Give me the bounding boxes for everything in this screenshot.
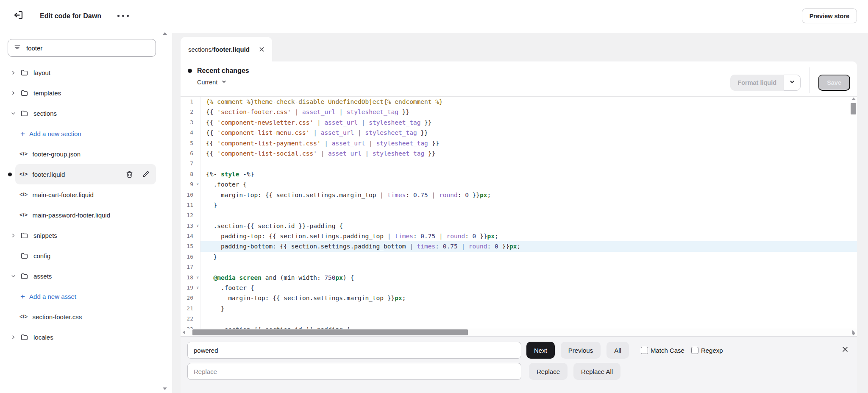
- scroll-down-arrow[interactable]: [851, 333, 856, 335]
- sidebar-item-config[interactable]: config: [0, 245, 172, 266]
- save-button[interactable]: Save: [818, 75, 850, 91]
- code-text[interactable]: [200, 262, 857, 272]
- sidebar-item-locales[interactable]: locales: [0, 327, 172, 347]
- format-liquid-button[interactable]: Format liquid: [730, 75, 784, 91]
- fold-arrow-icon[interactable]: ∨: [197, 276, 199, 279]
- version-dropdown[interactable]: Current: [197, 78, 249, 86]
- code-text[interactable]: @media screen and (min-width: 750px) {: [200, 273, 857, 283]
- scroll-up-arrow[interactable]: [851, 98, 856, 100]
- sidebar-scroll-down-arrow[interactable]: [163, 387, 167, 390]
- code-line-11[interactable]: 11 }: [181, 200, 857, 210]
- code-text[interactable]: [200, 159, 857, 169]
- regexp-option[interactable]: Regexp: [691, 347, 723, 354]
- fold-arrow-icon[interactable]: ∨: [197, 286, 199, 290]
- find-close-button[interactable]: [840, 344, 850, 354]
- code-text[interactable]: {{ 'section-footer.css' | asset_url | st…: [200, 107, 857, 117]
- code-text[interactable]: }: [200, 252, 857, 262]
- code-line-18[interactable]: 18∨ @media screen and (min-width: 750px)…: [181, 273, 857, 283]
- horizontal-scrollbar[interactable]: [181, 329, 857, 336]
- code-text[interactable]: .footer {: [200, 283, 857, 293]
- chevron-down-icon[interactable]: [10, 273, 17, 279]
- sidebar-item-footer-liquid[interactable]: </>footer.liquid: [15, 164, 156, 184]
- code-line-17[interactable]: 17: [181, 262, 857, 272]
- sidebar-item-snippets[interactable]: snippets: [0, 225, 172, 245]
- code-text[interactable]: {{ 'component-list-payment.css' | asset_…: [200, 138, 857, 148]
- code-text[interactable]: padding-top: {{ section.settings.padding…: [200, 231, 857, 241]
- code-line-13[interactable]: 13∨ .section-{{ section.id }}-padding {: [181, 221, 857, 231]
- chevron-right-icon[interactable]: [10, 70, 17, 75]
- code-text[interactable]: padding-bottom: {{ section.settings.padd…: [200, 241, 857, 251]
- replace-input[interactable]: [187, 363, 521, 380]
- code-text[interactable]: {{ 'component-list-social.css' | asset_u…: [200, 148, 857, 159]
- sidebar-item-footer-group-json[interactable]: </>footer-group.json: [0, 144, 172, 164]
- chevron-right-icon[interactable]: [10, 233, 17, 238]
- chevron-right-icon[interactable]: [10, 90, 17, 96]
- sidebar-item-add-a-new-section[interactable]: +Add a new section: [0, 123, 172, 144]
- code-line-6[interactable]: 6{{ 'component-list-social.css' | asset_…: [181, 148, 857, 159]
- code-line-20[interactable]: 20 margin-top: {{ section.settings.margi…: [181, 293, 857, 303]
- vertical-scrollbar-thumb[interactable]: [851, 103, 856, 114]
- find-next-button[interactable]: Next: [526, 342, 555, 359]
- code-line-10[interactable]: 10 margin-top: {{ section.settings.margi…: [181, 190, 857, 200]
- code-text[interactable]: {%- style -%}: [200, 169, 857, 179]
- exit-editor-button[interactable]: [11, 9, 25, 23]
- match-case-checkbox[interactable]: [641, 347, 648, 354]
- chevron-down-icon[interactable]: [10, 111, 17, 116]
- sidebar-item-assets[interactable]: assets: [0, 266, 172, 286]
- more-actions-button[interactable]: [117, 15, 129, 17]
- code-line-7[interactable]: 7: [181, 159, 857, 169]
- delete-file-button[interactable]: [125, 170, 134, 178]
- code-line-8[interactable]: 8{%- style -%}: [181, 169, 857, 179]
- code-text[interactable]: {{ 'component-list-menu.css' | asset_url…: [200, 128, 857, 138]
- replace-all-button[interactable]: Replace All: [573, 363, 620, 380]
- code-line-4[interactable]: 4{{ 'component-list-menu.css' | asset_ur…: [181, 128, 857, 138]
- sidebar-item-sections[interactable]: sections: [0, 103, 172, 123]
- sidebar-item-layout[interactable]: layout: [0, 62, 172, 83]
- code-line-5[interactable]: 5{{ 'component-list-payment.css' | asset…: [181, 138, 857, 148]
- code-line-3[interactable]: 3{{ 'component-newsletter.css' | asset_u…: [181, 117, 857, 128]
- rename-file-button[interactable]: [142, 170, 150, 178]
- tab-close-icon[interactable]: [259, 46, 264, 52]
- code-text[interactable]: [200, 314, 857, 324]
- sidebar-item-main-cart-footer-liquid[interactable]: </>main-cart-footer.liquid: [0, 184, 172, 205]
- sidebar-item-add-a-new-asset[interactable]: +Add a new asset: [0, 286, 172, 307]
- code-text[interactable]: .footer {: [200, 179, 857, 190]
- sidebar-item-section-footer-css[interactable]: </>section-footer.css: [0, 307, 172, 327]
- format-liquid-menu-button[interactable]: [784, 75, 801, 91]
- chevron-right-icon[interactable]: [10, 334, 17, 340]
- vertical-scrollbar[interactable]: [850, 97, 857, 336]
- code-line-16[interactable]: 16 }: [181, 252, 857, 262]
- code-text[interactable]: {{ 'component-newsletter.css' | asset_ur…: [200, 117, 857, 128]
- fold-arrow-icon[interactable]: ∨: [197, 224, 199, 228]
- code-line-22[interactable]: 22: [181, 314, 857, 324]
- tab-sections-footer-liquid[interactable]: sections/footer.liquid: [181, 37, 272, 61]
- find-input[interactable]: [187, 342, 521, 359]
- code-line-9[interactable]: 9∨ .footer {: [181, 179, 857, 190]
- replace-button[interactable]: Replace: [529, 363, 568, 380]
- horizontal-scrollbar-thumb[interactable]: [192, 329, 468, 335]
- regexp-checkbox[interactable]: [691, 347, 698, 354]
- code-text[interactable]: .section-{{ section.id }}-padding {: [200, 221, 857, 231]
- fold-arrow-icon[interactable]: ∨: [197, 182, 199, 186]
- code-line-2[interactable]: 2{{ 'section-footer.css' | asset_url | s…: [181, 107, 857, 117]
- find-previous-button[interactable]: Previous: [561, 342, 601, 359]
- code-text[interactable]: }: [200, 200, 857, 210]
- file-search-box[interactable]: [8, 39, 156, 57]
- sidebar-item-main-password-footer-liquid[interactable]: </>main-password-footer.liquid: [0, 205, 172, 225]
- code-text[interactable]: margin-top: {{ section.settings.margin_t…: [200, 293, 857, 303]
- code-text[interactable]: [200, 210, 857, 220]
- code-text[interactable]: {% comment %}theme-check-disable Undefin…: [200, 97, 857, 107]
- format-liquid-split-button[interactable]: Format liquid: [730, 75, 801, 91]
- code-line-14[interactable]: 14 padding-top: {{ section.settings.padd…: [181, 231, 857, 241]
- code-line-12[interactable]: 12: [181, 210, 857, 220]
- sidebar-scroll-up-arrow[interactable]: [163, 32, 167, 35]
- code-text[interactable]: margin-top: {{ section.settings.margin_t…: [200, 190, 857, 200]
- scroll-left-arrow[interactable]: [183, 330, 185, 334]
- code-line-15[interactable]: 15 padding-bottom: {{ section.settings.p…: [181, 241, 857, 251]
- sidebar-item-templates[interactable]: templates: [0, 83, 172, 103]
- preview-store-button[interactable]: Preview store: [802, 8, 857, 23]
- find-all-button[interactable]: All: [606, 342, 629, 359]
- code-text[interactable]: }: [200, 304, 857, 314]
- search-input[interactable]: [26, 45, 150, 52]
- match-case-option[interactable]: Match Case: [641, 347, 684, 354]
